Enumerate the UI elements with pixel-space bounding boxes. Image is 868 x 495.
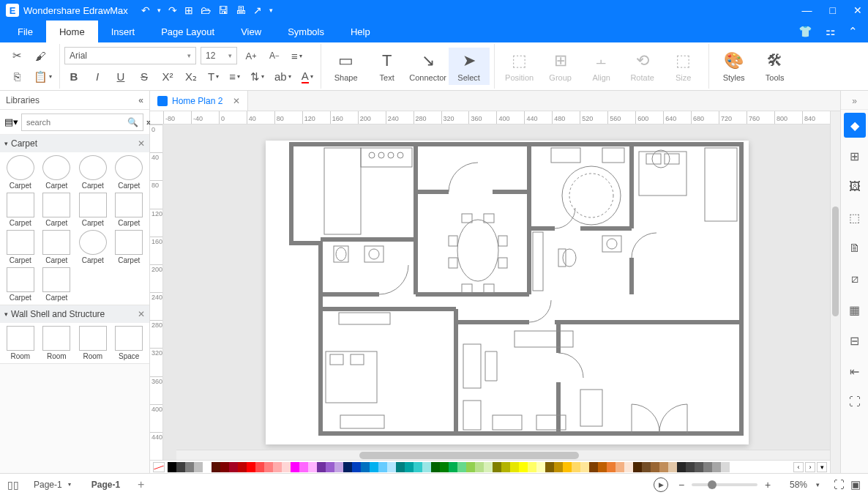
color-chip[interactable] [431,462,440,472]
minimize-button[interactable]: — [802,4,812,16]
paste-icon[interactable]: 📋▾ [31,67,55,86]
search-icon[interactable]: 🔍 [127,117,138,127]
grid-icon[interactable]: ⊞ [844,144,866,168]
library-item[interactable]: Carpet [75,193,111,227]
section-header[interactable]: ▾Carpet✕ [0,135,149,152]
present-button[interactable]: ▶ [654,477,668,492]
zoom-slider[interactable] [692,483,757,486]
color-chip[interactable] [703,462,712,472]
canvas[interactable] [163,124,830,460]
color-chip[interactable] [414,462,422,472]
color-chip[interactable] [334,462,343,472]
add-page-button[interactable]: + [138,478,144,491]
decrease-font-icon[interactable]: A− [265,46,284,65]
color-chip[interactable] [212,462,220,472]
color-chip[interactable] [598,462,607,472]
color-chip[interactable] [308,462,317,472]
color-chip[interactable] [501,462,510,472]
fullscreen-icon[interactable]: ⛶ [844,390,866,414]
tab-help[interactable]: Help [337,21,384,42]
library-item[interactable]: Carpet [40,193,75,227]
bold-icon[interactable]: B [64,67,83,86]
cut-icon[interactable]: ✂ [7,46,26,65]
color-chip[interactable] [264,462,273,472]
color-chip[interactable] [721,462,730,472]
color-chip[interactable] [545,462,554,472]
color-chip[interactable] [686,462,695,472]
tab-view[interactable]: View [228,21,274,42]
color-chip[interactable] [659,462,668,472]
strike-icon[interactable]: S [135,67,154,86]
collapse-left-icon[interactable]: « [138,95,143,105]
color-chip[interactable] [176,462,185,472]
library-item[interactable]: Carpet [3,193,38,227]
color-chip[interactable] [194,462,203,472]
library-item[interactable]: Carpet [112,230,147,264]
print-icon[interactable]: 🖶 [236,4,246,16]
color-chip[interactable] [668,462,677,472]
image-icon[interactable]: 🖼 [844,174,866,199]
color-chip[interactable] [168,462,176,472]
color-chip[interactable] [624,462,633,472]
no-fill-chip[interactable] [153,462,165,472]
color-chip[interactable] [475,462,484,472]
library-item[interactable]: Carpet [40,267,75,302]
color-chip[interactable] [291,462,299,472]
tab-symbols[interactable]: Symbols [274,21,337,42]
export-icon[interactable]: ↗ [253,4,262,16]
search-input[interactable] [26,118,127,127]
theme-icon[interactable]: ◆ [844,113,866,138]
format-painter-icon[interactable]: 🖌 [31,46,50,65]
close-section-icon[interactable]: ✕ [138,309,145,319]
zoom-out-button[interactable]: − [676,479,687,491]
color-chip[interactable] [572,462,580,472]
color-chip[interactable] [247,462,255,472]
color-chip[interactable] [299,462,308,472]
line-spacing-icon[interactable]: ⇅▾ [247,67,267,86]
rotate-button[interactable]: ⟲Rotate [622,48,663,85]
color-chip[interactable] [203,462,212,472]
zoom-knob[interactable] [708,480,717,489]
color-chip[interactable] [405,462,414,472]
font-name-select[interactable]: Arial▾ [64,47,196,64]
color-chip[interactable] [238,462,247,472]
color-chip[interactable] [528,462,536,472]
color-chip[interactable] [712,462,721,472]
font-size-select[interactable]: 12▾ [201,47,237,64]
open-icon[interactable]: 🗁 [201,4,211,16]
pages-icon[interactable]: ▯▯ [7,479,19,491]
bullets-icon[interactable]: ≡▾ [226,67,243,86]
color-chip[interactable] [554,462,563,472]
text-dir-icon[interactable]: ab▾ [272,67,294,86]
color-chip[interactable] [273,462,282,472]
fit-window-icon[interactable]: ⛶ [834,478,845,491]
color-chip[interactable] [493,462,501,472]
color-chip[interactable] [255,462,264,472]
section-header[interactable]: ▾Wall Shell and Structure✕ [0,305,149,323]
color-next-icon[interactable]: › [805,462,815,472]
copy-icon[interactable]: ⎘ [7,67,26,86]
collapse-right-icon[interactable]: » [841,92,868,110]
tab-home[interactable]: Home [46,21,98,42]
color-chip[interactable] [317,462,326,472]
library-item[interactable]: Carpet [3,155,38,190]
new-icon[interactable]: ⊞ [184,4,193,16]
library-item[interactable]: Space [112,326,147,360]
qat-more-icon[interactable]: ▾ [269,7,273,14]
outdent-icon[interactable]: ⇤ [844,359,866,384]
group-button[interactable]: ⊞Group [540,48,581,85]
select-button[interactable]: ➤Select [449,48,490,85]
color-chip[interactable] [370,462,378,472]
redo-icon[interactable]: ↷ [168,4,177,16]
tab-page-layout[interactable]: Page Layout [148,21,228,42]
close-button[interactable]: ✕ [853,4,862,16]
color-chip[interactable] [642,462,651,472]
tshirt-icon[interactable]: 👕 [798,25,812,38]
page-icon[interactable]: 🗎 [844,236,866,261]
library-item[interactable]: Carpet [3,267,38,302]
color-chip[interactable] [185,462,194,472]
table-icon[interactable]: ▦ [844,297,866,322]
color-chip[interactable] [580,462,589,472]
color-chip[interactable] [378,462,387,472]
library-item[interactable]: Carpet [40,155,75,190]
